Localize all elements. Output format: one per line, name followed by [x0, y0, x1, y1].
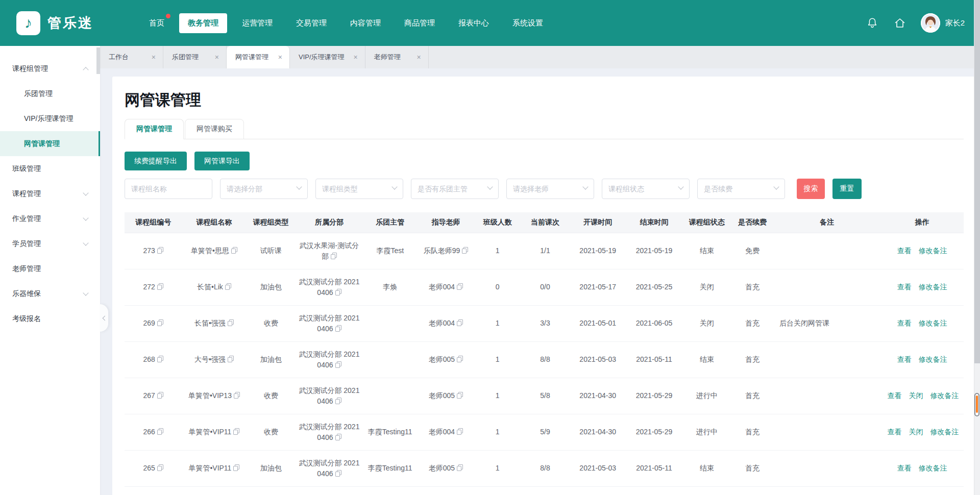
export-button[interactable]: 续费提醒导出 — [125, 152, 187, 170]
filter-input[interactable] — [506, 179, 594, 199]
search-button[interactable]: 搜索 — [797, 179, 825, 199]
copy-icon[interactable] — [457, 319, 463, 326]
sidebar-scrollbar-thumb[interactable] — [96, 47, 100, 74]
scroll-indicator-fill — [976, 395, 978, 413]
tab[interactable]: 网管课管理 × — [227, 46, 290, 68]
teacher-cell: 老师004 — [417, 305, 474, 341]
bell-icon[interactable] — [866, 16, 879, 30]
card-tab[interactable]: 网管课购买 — [185, 119, 244, 139]
sidebar-item[interactable]: 网管课管理 — [0, 131, 100, 156]
copy-icon[interactable] — [157, 356, 163, 362]
home-icon[interactable] — [893, 16, 906, 30]
tab[interactable]: VIP/乐理课管理 × — [290, 46, 365, 68]
action-link[interactable]: 修改备注 — [930, 391, 959, 400]
scrollbar-thumb[interactable] — [974, 0, 980, 363]
sidebar-item[interactable]: 课程管理 — [0, 181, 100, 206]
sidebar-item[interactable]: 乐团管理 — [0, 81, 100, 106]
action-link[interactable]: 修改备注 — [919, 464, 947, 472]
copy-icon[interactable] — [157, 283, 163, 290]
avatar[interactable] — [921, 13, 940, 33]
scrollbar-track[interactable] — [974, 0, 980, 495]
filter-input[interactable] — [125, 179, 212, 199]
filter-input[interactable] — [602, 179, 690, 199]
copy-icon[interactable] — [457, 464, 463, 471]
copy-icon[interactable] — [335, 289, 341, 295]
sidebar-item[interactable]: 考级报名 — [0, 306, 100, 331]
action-link[interactable]: 查看 — [897, 464, 912, 472]
action-link[interactable]: 查看 — [897, 355, 912, 363]
copy-icon[interactable] — [157, 319, 163, 326]
nav-item[interactable]: 教务管理 — [179, 13, 227, 33]
copy-icon[interactable] — [157, 428, 163, 435]
action-link[interactable]: 关闭 — [909, 428, 923, 436]
action-link[interactable]: 修改备注 — [919, 246, 947, 255]
copy-icon[interactable] — [335, 361, 341, 368]
copy-icon[interactable] — [225, 283, 231, 290]
copy-icon[interactable] — [228, 356, 234, 362]
nav-item[interactable]: 商品管理 — [396, 13, 444, 33]
filter-input[interactable] — [315, 179, 403, 199]
action-link[interactable]: 关闭 — [909, 391, 923, 400]
copy-icon[interactable] — [457, 356, 463, 362]
sidebar-item[interactable]: 班级管理 — [0, 156, 100, 181]
action-link[interactable]: 修改备注 — [919, 283, 947, 291]
copy-icon[interactable] — [457, 283, 463, 290]
scroll-indicator[interactable] — [974, 393, 979, 416]
action-link[interactable]: 修改备注 — [930, 428, 959, 436]
close-icon[interactable]: × — [142, 53, 156, 61]
sidebar-item-label: 作业管理 — [12, 214, 41, 224]
nav-item[interactable]: 运营管理 — [233, 13, 281, 33]
copy-icon[interactable] — [335, 398, 341, 404]
end-date-cell: 2021-05-19 — [626, 233, 682, 269]
close-icon[interactable]: × — [269, 53, 282, 61]
reset-button[interactable]: 重置 — [832, 179, 862, 199]
sidebar-item[interactable]: 学员管理 — [0, 231, 100, 256]
copy-icon[interactable] — [462, 247, 468, 254]
nav-item[interactable]: 交易管理 — [287, 13, 335, 33]
user-name[interactable]: 家长2 — [945, 18, 965, 28]
copy-icon[interactable] — [157, 464, 163, 471]
tab[interactable]: 工作台 × — [100, 46, 163, 68]
action-link[interactable]: 修改备注 — [919, 355, 947, 363]
close-icon[interactable]: × — [206, 53, 219, 61]
close-icon[interactable]: × — [408, 53, 421, 61]
user-menu[interactable]: 家长2 — [921, 13, 965, 33]
sidebar-item[interactable]: 作业管理 — [0, 206, 100, 231]
copy-icon[interactable] — [335, 325, 341, 332]
tab[interactable]: 乐团管理 × — [163, 46, 227, 68]
filter-input[interactable] — [697, 179, 785, 199]
copy-icon[interactable] — [233, 464, 239, 471]
copy-icon[interactable] — [234, 392, 240, 399]
action-link[interactable]: 查看 — [897, 246, 912, 255]
sidebar-item[interactable]: 课程组管理 — [0, 56, 100, 81]
action-link[interactable]: 查看 — [897, 319, 912, 327]
sidebar-collapse-handle[interactable] — [100, 304, 109, 332]
tab[interactable]: 老师管理 × — [365, 46, 429, 68]
copy-icon[interactable] — [157, 247, 163, 254]
filter-input[interactable] — [220, 179, 308, 199]
copy-icon[interactable] — [231, 247, 237, 254]
copy-icon[interactable] — [457, 428, 463, 435]
copy-icon[interactable] — [457, 392, 463, 399]
export-button[interactable]: 网管课导出 — [194, 152, 250, 170]
close-icon[interactable]: × — [345, 53, 358, 61]
action-link[interactable]: 查看 — [897, 283, 912, 291]
action-link[interactable]: 修改备注 — [919, 319, 947, 327]
copy-icon[interactable] — [335, 470, 341, 477]
copy-icon[interactable] — [228, 319, 234, 326]
nav-item[interactable]: 首页 — [140, 13, 173, 33]
nav-item[interactable]: 系统设置 — [504, 13, 552, 33]
copy-icon[interactable] — [335, 434, 341, 440]
nav-item[interactable]: 内容管理 — [341, 13, 389, 33]
sidebar-item[interactable]: VIP/乐理课管理 — [0, 106, 100, 131]
sidebar-item[interactable]: 乐器维保 — [0, 281, 100, 306]
copy-icon[interactable] — [233, 428, 239, 435]
action-link[interactable]: 查看 — [887, 428, 901, 436]
sidebar-item[interactable]: 老师管理 — [0, 256, 100, 281]
action-link[interactable]: 查看 — [887, 391, 901, 400]
copy-icon[interactable] — [331, 253, 337, 259]
nav-item[interactable]: 报表中心 — [450, 13, 498, 33]
copy-icon[interactable] — [157, 392, 163, 399]
filter-input[interactable] — [411, 179, 499, 199]
card-tab[interactable]: 网管课管理 — [125, 119, 184, 139]
